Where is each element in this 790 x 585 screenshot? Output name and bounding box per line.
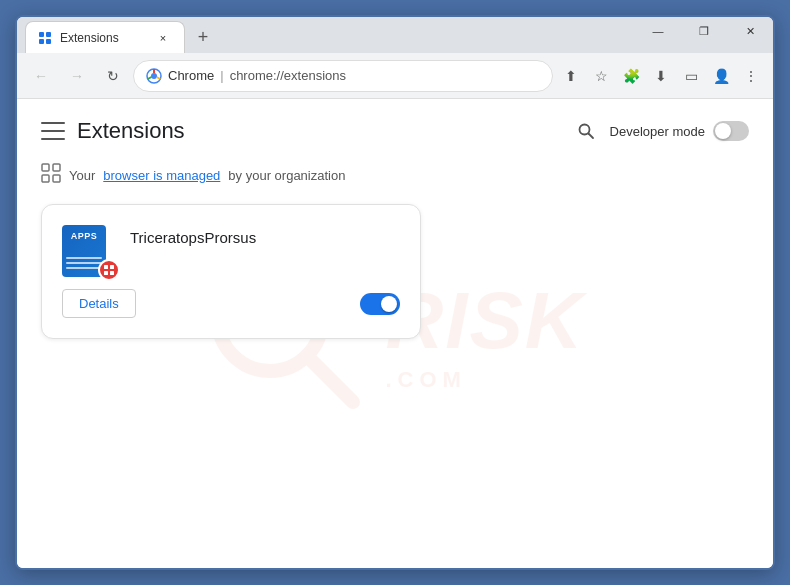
svg-line-7: [309, 358, 353, 402]
svg-rect-14: [104, 265, 108, 269]
developer-mode-row: Developer mode: [570, 115, 749, 147]
svg-rect-10: [42, 164, 49, 171]
managed-text-after: by your organization: [228, 168, 345, 183]
profile-button[interactable]: 👤: [707, 62, 735, 90]
developer-mode-toggle[interactable]: [713, 121, 749, 141]
window-controls: — ❐ ✕: [635, 17, 773, 45]
developer-mode-label: Developer mode: [610, 124, 705, 139]
extension-bottom: Details: [62, 289, 400, 318]
extension-icon-badge: [98, 259, 120, 281]
tab-favicon: [38, 31, 52, 45]
svg-rect-13: [53, 175, 60, 182]
menu-button[interactable]: ⋮: [737, 62, 765, 90]
managed-grid-icon: [41, 163, 61, 188]
extension-top: APPS: [62, 225, 400, 277]
address-url: chrome://extensions: [230, 68, 346, 83]
toggle-knob: [715, 123, 731, 139]
address-bar[interactable]: Chrome | chrome://extensions: [133, 60, 553, 92]
details-button[interactable]: Details: [62, 289, 136, 318]
restore-button[interactable]: ❐: [681, 17, 727, 45]
back-button[interactable]: ←: [25, 60, 57, 92]
new-tab-button[interactable]: +: [189, 23, 217, 51]
extension-toggle-knob: [381, 296, 397, 312]
chrome-icon: [146, 68, 162, 84]
extension-icon-apps-text: APPS: [71, 231, 98, 241]
managed-banner: Your browser is managed by your organiza…: [17, 155, 773, 196]
forward-button[interactable]: →: [61, 60, 93, 92]
managed-link[interactable]: browser is managed: [103, 168, 220, 183]
page-content: RISK .COM Extensions Devel: [17, 99, 773, 568]
extensions-button[interactable]: 🧩: [617, 62, 645, 90]
address-site-name: Chrome: [168, 68, 214, 83]
download-button[interactable]: ⬇: [647, 62, 675, 90]
svg-rect-1: [46, 32, 51, 37]
active-tab[interactable]: Extensions ×: [25, 21, 185, 53]
extensions-title-group: Extensions: [41, 118, 185, 144]
address-separator: |: [220, 68, 223, 83]
sidebar-button[interactable]: ▭: [677, 62, 705, 90]
search-button[interactable]: [570, 115, 602, 147]
tab-title: Extensions: [60, 31, 119, 45]
svg-rect-17: [110, 271, 114, 275]
extension-card: APPS: [41, 204, 421, 339]
managed-text-before: Your: [69, 168, 95, 183]
extension-name: TriceratopsProrsus: [130, 229, 256, 246]
page-title: Extensions: [77, 118, 185, 144]
minimize-button[interactable]: —: [635, 17, 681, 45]
watermark-sub-text: .COM: [385, 367, 466, 393]
extensions-list: APPS: [17, 196, 773, 347]
extensions-header: Extensions Developer mode: [17, 99, 773, 155]
svg-rect-15: [110, 265, 114, 269]
toolbar-icons: ⬆ ☆ 🧩 ⬇ ▭ 👤 ⋮: [557, 62, 765, 90]
extension-icon-doc-lines: [66, 257, 102, 269]
bookmark-button[interactable]: ☆: [587, 62, 615, 90]
svg-rect-12: [42, 175, 49, 182]
svg-rect-16: [104, 271, 108, 275]
toolbar: ← → ↻ Chrome | chrome://extensions ⬆ ☆ 🧩…: [17, 53, 773, 99]
svg-rect-0: [39, 32, 44, 37]
close-button[interactable]: ✕: [727, 17, 773, 45]
tab-bar: Extensions × +: [25, 17, 217, 53]
refresh-button[interactable]: ↻: [97, 60, 129, 92]
extension-icon-wrapper: APPS: [62, 225, 114, 277]
hamburger-menu-button[interactable]: [41, 122, 65, 140]
svg-rect-11: [53, 164, 60, 171]
browser-window: Extensions × + — ❐ ✕ ← → ↻: [15, 15, 775, 570]
title-bar: Extensions × + — ❐ ✕: [17, 17, 773, 53]
svg-rect-3: [46, 39, 51, 44]
svg-rect-2: [39, 39, 44, 44]
extension-toggle[interactable]: [360, 293, 400, 315]
tab-close-btn[interactable]: ×: [154, 29, 172, 47]
share-button[interactable]: ⬆: [557, 62, 585, 90]
svg-point-5: [151, 73, 157, 79]
svg-line-9: [588, 134, 593, 139]
